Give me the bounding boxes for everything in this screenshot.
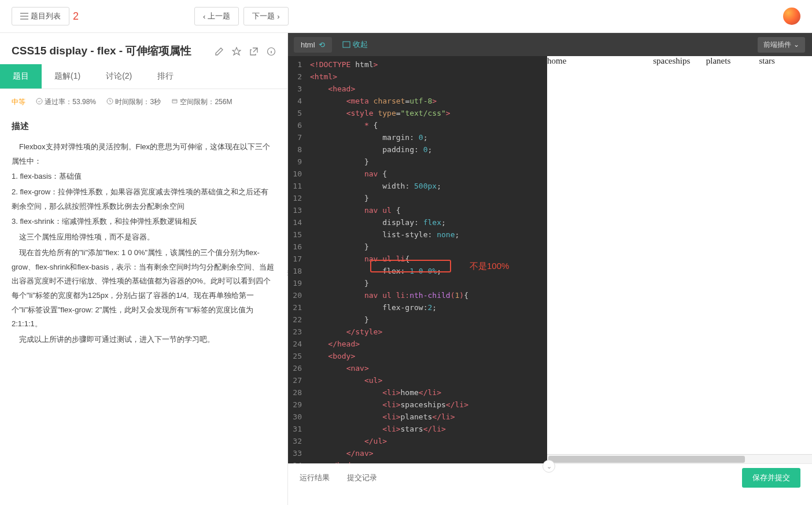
submit-button[interactable]: 保存并提交: [742, 468, 800, 488]
space-limit: 空间限制：256M: [171, 97, 232, 107]
time-limit: 时间限制：3秒: [106, 97, 161, 107]
preview-area: 前端插件 ⌄ home spaceships planets stars: [547, 33, 812, 463]
notification-count: 2: [73, 10, 79, 23]
plugin-label: 前端插件: [763, 40, 791, 50]
highlight-box: [370, 260, 451, 272]
code-content[interactable]: <!DOCTYPE html><html> <head> <meta chars…: [305, 56, 547, 463]
svg-point-1: [36, 98, 42, 104]
preview-item-planets: planets: [706, 56, 759, 66]
problem-meta: 中等 通过率：53.98% 时间限制：3秒 空间限制：256M: [0, 89, 287, 115]
list-icon: [20, 13, 28, 20]
difficulty-level: 中等: [12, 97, 25, 107]
panel-collapse-toggle[interactable]: ⌄: [542, 460, 555, 473]
list-button-label: 题目列表: [31, 11, 61, 21]
star-icon[interactable]: [232, 46, 241, 56]
preview-item-home: home: [547, 56, 653, 66]
problem-title: CSS15 display - flex - 可伸缩项属性: [12, 43, 191, 58]
editor-toolbar: html ⟲ 收起: [288, 33, 547, 56]
chevron-down-icon: ⌄: [793, 40, 799, 49]
annotation-text: 不是100%: [470, 260, 509, 272]
language-label: html: [301, 40, 315, 49]
tab-submit-history[interactable]: 提交记录: [347, 473, 377, 483]
description-heading: 描述: [12, 121, 276, 132]
collapse-label: 收起: [353, 39, 368, 50]
editor-panel: ⋮ html ⟲ 收起 12345678: [288, 33, 812, 505]
chevron-right-icon: ›: [277, 12, 279, 21]
prev-label: 上一题: [208, 11, 230, 21]
code-editor-area: html ⟲ 收起 123456789101112131415161718192…: [288, 33, 547, 463]
info-icon[interactable]: [267, 46, 276, 56]
plugin-button[interactable]: 前端插件 ⌄: [758, 37, 805, 53]
tab-run-result[interactable]: 运行结果: [300, 473, 330, 483]
collapse-icon: [342, 41, 350, 48]
tab-discuss[interactable]: 讨论(2): [93, 64, 145, 89]
problem-tabs: 题目 题解(1) 讨论(2) 排行: [0, 64, 287, 89]
next-button[interactable]: 下一题 ›: [243, 7, 288, 25]
avatar[interactable]: [783, 8, 800, 25]
prev-button[interactable]: ‹ 上一题: [194, 7, 239, 25]
preview-item-stars: stars: [759, 56, 812, 66]
preview-toolbar: 前端插件 ⌄: [547, 33, 812, 56]
next-label: 下一题: [252, 11, 275, 21]
svg-rect-3: [343, 42, 350, 47]
collapse-button[interactable]: 收起: [342, 39, 368, 50]
language-selector[interactable]: html ⟲: [294, 37, 332, 53]
edit-icon[interactable]: [215, 46, 224, 56]
pass-rate: 通过率：53.98%: [36, 97, 96, 107]
scrollbar-thumb[interactable]: [548, 456, 745, 463]
problem-panel: CSS15 display - flex - 可伸缩项属性 题目 题解(1) 讨…: [0, 33, 288, 505]
preview-nav: home spaceships planets stars: [547, 56, 812, 66]
line-gutter: 1234567891011121314151617181920212223242…: [288, 56, 305, 463]
tab-solution[interactable]: 题解(1): [42, 64, 93, 89]
tab-question[interactable]: 题目: [0, 64, 42, 89]
share-icon[interactable]: [249, 46, 259, 56]
description-body: Flexbox支持对弹性项的灵活控制。Flex的意思为可伸缩，这体现在以下三个属…: [12, 140, 276, 347]
top-header: 题目列表 2 ‹ 上一题 下一题 ›: [0, 0, 812, 33]
preview-content: home spaceships planets stars: [547, 56, 812, 463]
chevron-left-icon: ‹: [203, 12, 205, 21]
problem-list-button[interactable]: 题目列表: [12, 7, 69, 25]
tab-rank[interactable]: 排行: [145, 64, 186, 89]
preview-item-spaceships: spaceships: [653, 56, 706, 66]
code-editor[interactable]: 1234567891011121314151617181920212223242…: [288, 56, 547, 463]
refresh-icon[interactable]: ⟲: [319, 40, 325, 49]
horizontal-scrollbar[interactable]: [547, 454, 812, 463]
